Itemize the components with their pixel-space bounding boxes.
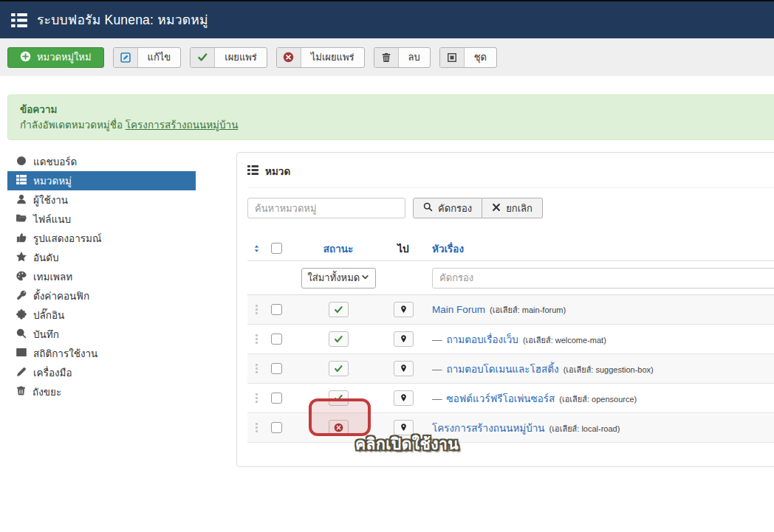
edit-icon bbox=[114, 48, 138, 67]
chevron-down-icon bbox=[361, 272, 369, 283]
trash-icon bbox=[374, 48, 399, 67]
drag-handle-icon[interactable] bbox=[256, 305, 258, 314]
publish-status-button[interactable] bbox=[329, 302, 349, 317]
sidebar-item-plugins[interactable]: ปลั๊กอิน bbox=[7, 305, 196, 325]
search-icon bbox=[423, 202, 433, 214]
unpublish-label: ไม่เผยแพร่ bbox=[301, 48, 364, 67]
list-icon bbox=[247, 165, 258, 177]
row-checkbox[interactable] bbox=[271, 304, 282, 315]
sidebar-label: ผู้ใช้งาน bbox=[33, 192, 68, 208]
category-title-link[interactable]: ถามตอบโดเมนและโฮสติ้ง bbox=[447, 361, 559, 377]
sidebar-label: ถังขยะ bbox=[32, 384, 61, 400]
new-category-button[interactable]: หมวดหมู่ใหม่ bbox=[7, 47, 104, 68]
trash-icon bbox=[16, 386, 26, 398]
search-row: คัดกรอง ยกเลิก bbox=[247, 198, 774, 218]
goto-button[interactable] bbox=[394, 361, 414, 376]
sidebar-item-categories[interactable]: หมวดหมู่ bbox=[7, 171, 196, 190]
sidebar-label: สถิติการใช้งาน bbox=[33, 345, 97, 362]
new-category-label: หมวดหมู่ใหม่ bbox=[37, 49, 92, 65]
publish-button[interactable]: เผยแพร่ bbox=[190, 47, 267, 68]
category-alias: (เอเลียส์: main-forum) bbox=[490, 303, 566, 317]
sidebar-label: แดชบอร์ด bbox=[33, 153, 77, 170]
publish-status-button[interactable] bbox=[329, 331, 349, 347]
category-alias: (เอเลียส์: opensource) bbox=[559, 393, 637, 406]
sidebar: แดชบอร์ด หมวดหมู่ ผู้ใช้งาน ไฟล์แนบ รูปแ… bbox=[7, 152, 196, 467]
search-input[interactable] bbox=[247, 198, 405, 218]
row-checkbox[interactable] bbox=[271, 422, 282, 433]
check-icon bbox=[191, 48, 215, 67]
category-alias: (เอเลียส์: suggestion-box) bbox=[564, 363, 654, 376]
map-pin-icon bbox=[400, 393, 408, 403]
map-pin-icon bbox=[400, 334, 408, 344]
unpublish-button[interactable]: ไม่เผยแพร่ bbox=[276, 47, 365, 68]
drag-handle-icon[interactable] bbox=[256, 393, 258, 403]
sidebar-item-templates[interactable]: เทมเพลท bbox=[7, 267, 196, 286]
sidebar-item-attachments[interactable]: ไฟล์แนบ bbox=[7, 210, 196, 229]
sort-order-icon[interactable] bbox=[247, 243, 265, 254]
goto-button[interactable] bbox=[394, 302, 414, 317]
page: ระบบฟอรัม Kunena: หมวดหมู่ หมวดหมู่ใหม่ … bbox=[0, 0, 774, 532]
system-message: ข้อความ กำลังอัพเดตหมวดหมู่ชื่อ โครงการส… bbox=[7, 94, 774, 140]
sidebar-item-tools[interactable]: เครื่องมือ bbox=[7, 363, 196, 382]
toolbar: หมวดหมู่ใหม่ แก้ไข เผยแพร่ bbox=[0, 38, 774, 76]
goto-button[interactable] bbox=[394, 390, 414, 406]
folder-icon bbox=[16, 213, 27, 225]
sidebar-item-trash[interactable]: ถังขยะ bbox=[7, 382, 196, 401]
sidebar-item-users[interactable]: ผู้ใช้งาน bbox=[7, 190, 196, 210]
category-title-link[interactable]: ถามตอบเรื่องเว็บ bbox=[447, 331, 518, 348]
message-text: กำลังอัพเดตหมวดหมู่ชื่อ bbox=[20, 120, 123, 131]
check-icon bbox=[334, 305, 343, 314]
map-pin-icon bbox=[400, 364, 408, 373]
sidebar-item-dashboard[interactable]: แดชบอร์ด bbox=[7, 152, 196, 171]
edit-label: แก้ไข bbox=[138, 48, 181, 67]
sidebar-label: เทมเพลท bbox=[33, 269, 72, 285]
cancel-button[interactable]: ยกเลิก bbox=[482, 198, 543, 218]
publish-status-button[interactable] bbox=[329, 361, 349, 376]
message-body: กำลังอัพเดตหมวดหมู่ชื่อ โครงการสร้างถนนห… bbox=[20, 117, 774, 133]
row-checkbox[interactable] bbox=[271, 363, 282, 374]
delete-button[interactable]: ลบ bbox=[374, 47, 431, 68]
table-row: — ถามตอบเรื่องเว็บ (เอเลียส์: welcome-ma… bbox=[247, 325, 774, 354]
drag-handle-icon[interactable] bbox=[256, 334, 258, 344]
edit-button[interactable]: แก้ไข bbox=[113, 47, 182, 68]
puzzle-icon bbox=[16, 309, 27, 322]
sidebar-label: ไฟล์แนบ bbox=[33, 211, 71, 227]
sidebar-item-statistics[interactable]: สถิติการใช้งาน bbox=[7, 344, 196, 363]
row-checkbox[interactable] bbox=[271, 334, 282, 345]
sidebar-item-ranks[interactable]: อันดับ bbox=[7, 248, 196, 267]
panel-header: หมวด bbox=[247, 163, 774, 188]
category-link[interactable]: โครงการสร้างถนนหมู่บ้าน bbox=[126, 120, 239, 131]
category-alias: (เอเลียส์: welcome-mat) bbox=[523, 334, 606, 347]
sidebar-item-config[interactable]: ตั้งค่าคอนฟิก bbox=[7, 286, 196, 305]
dashboard-icon bbox=[16, 156, 27, 168]
sidebar-item-emoticons[interactable]: รูปแสดงอารมณ์ bbox=[7, 229, 196, 248]
annotation-label: คลิกเปิดใช้งาน bbox=[355, 432, 459, 456]
circle-x-icon bbox=[277, 48, 301, 67]
select-all-checkbox[interactable] bbox=[271, 243, 282, 254]
drag-handle-icon[interactable] bbox=[256, 423, 258, 432]
sidebar-label: อันดับ bbox=[33, 249, 59, 266]
column-status[interactable]: สถานะ bbox=[323, 241, 353, 257]
status-filter-select[interactable]: ใส่มาทั้งหมด bbox=[301, 268, 376, 289]
batch-button[interactable]: ชุด bbox=[439, 47, 497, 68]
drag-handle-icon[interactable] bbox=[256, 364, 258, 373]
sidebar-item-logs[interactable]: บันทึก bbox=[7, 325, 196, 344]
table-header: สถานะ ไป หัวเรื่อง bbox=[247, 236, 774, 261]
sidebar-label: บันทึก bbox=[33, 326, 59, 342]
table-filter-row: ใส่มาทั้งหมด bbox=[247, 261, 774, 295]
search-button-group: คัดกรอง ยกเลิก bbox=[413, 198, 543, 218]
panel-title: หมวด bbox=[265, 163, 290, 179]
pencil-icon bbox=[16, 367, 27, 379]
sidebar-label: หมวดหมู่ bbox=[33, 173, 72, 189]
status-filter-value: ใส่มาทั้งหมด bbox=[308, 270, 360, 286]
category-alias: (เอเลียส์: local-road) bbox=[549, 422, 620, 435]
category-title-link[interactable]: ซอฟต์แวร์ฟรีโอเพ่นซอร์ส bbox=[447, 390, 555, 407]
category-title-link[interactable]: Main Forum bbox=[432, 304, 485, 315]
row-checkbox[interactable] bbox=[271, 393, 282, 404]
chart-icon bbox=[16, 348, 27, 359]
goto-button[interactable] bbox=[394, 331, 414, 347]
filter-button[interactable]: คัดกรอง bbox=[413, 198, 482, 218]
title-filter-input[interactable] bbox=[432, 268, 774, 289]
list-icon bbox=[16, 175, 27, 187]
column-title[interactable]: หัวเรื่อง bbox=[432, 241, 464, 257]
